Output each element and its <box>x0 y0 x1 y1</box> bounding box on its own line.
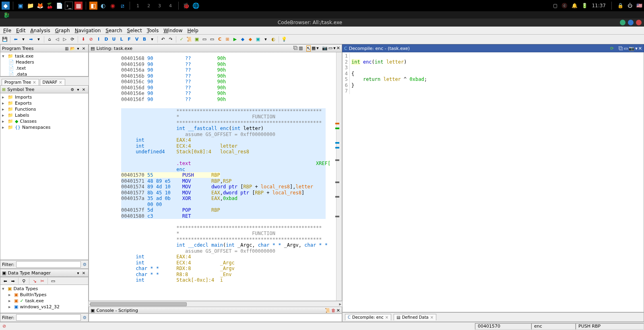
pt-icon3[interactable]: ▾ <box>75 45 81 51</box>
dec-i2[interactable]: ⿻ <box>619 46 623 51</box>
tree-item-data[interactable]: 📄.data <box>1 71 87 76</box>
workspace-4[interactable]: 4 <box>166 3 175 8</box>
dtm-task[interactable]: ▸▣✓task.exe <box>1 298 87 304</box>
tree-root[interactable]: ▾📁task.exe <box>1 53 87 59</box>
tray-bell-icon[interactable]: 🔔 <box>572 3 578 8</box>
fwd-icon[interactable]: ➡ <box>28 36 34 43</box>
back-menu-icon[interactable]: ▾ <box>20 36 27 43</box>
tray-power-icon[interactable]: ⏻ <box>627 3 632 8</box>
dec-i5[interactable]: ▾ <box>635 46 638 51</box>
doc-icon[interactable]: 📄 <box>55 2 63 10</box>
filter-icon[interactable]: ⚙ <box>83 315 87 320</box>
menu-select[interactable]: Select <box>127 28 142 33</box>
lst-copy-icon[interactable]: ⿻ <box>293 45 298 52</box>
dtm-box-icon[interactable]: ▭ <box>50 278 56 284</box>
globe-icon[interactable]: 🌐 <box>192 2 200 10</box>
devil-icon[interactable]: ◉ <box>109 2 117 10</box>
d-icon[interactable]: D <box>103 36 109 43</box>
fwd-menu-icon[interactable]: ▾ <box>35 36 42 43</box>
bulb-icon[interactable]: 💡 <box>281 36 287 43</box>
close-icon[interactable]: × <box>33 80 36 85</box>
dtm-fwd-icon[interactable]: ➡ <box>10 278 16 284</box>
dtm-root[interactable]: ▾▣Data Types <box>1 286 87 292</box>
dec-i1[interactable]: ⟳ <box>610 46 614 51</box>
listing-body[interactable]: 00401568 90 ?? 90h 00401569 90 ?? 90h 00… <box>89 52 342 301</box>
prev-icon[interactable]: ◁ <box>54 36 60 43</box>
caret-icon[interactable]: ▾ <box>262 36 269 43</box>
mask-icon[interactable]: ◐ <box>270 36 277 43</box>
dec-close-icon[interactable]: ✕ <box>638 46 642 51</box>
down-icon[interactable]: ⬇ <box>80 36 87 43</box>
home-icon[interactable]: ⌂ <box>46 36 53 43</box>
tab-defined-data[interactable]: ▤Defined Data× <box>394 314 436 320</box>
workspace-1[interactable]: 1 <box>133 3 142 8</box>
cherry-icon[interactable]: 🍒 <box>45 2 54 10</box>
dtm-red-icon[interactable]: ↘ <box>31 278 38 284</box>
lst-close-icon[interactable]: ✕ <box>336 45 340 52</box>
lst-i4[interactable]: ▦ <box>312 45 316 52</box>
tray-sound-icon[interactable]: 🔇 <box>561 3 568 8</box>
tree-item-text[interactable]: 📄.text <box>1 65 87 71</box>
close-button[interactable] <box>636 20 642 25</box>
script-icon[interactable]: 📜 <box>186 36 192 43</box>
save-icon[interactable]: 💾 <box>2 36 8 43</box>
st-icon2[interactable]: ▾ <box>75 87 81 92</box>
console-i2[interactable]: 🗑 <box>331 308 336 313</box>
redo-icon[interactable]: ↷ <box>167 36 174 43</box>
sym-exports[interactable]: ▸📁Exports <box>1 100 87 106</box>
f-icon[interactable]: F <box>126 36 132 43</box>
workspace-2[interactable]: 2 <box>144 3 153 8</box>
lst-i7b[interactable]: ▾ <box>333 45 336 52</box>
sym-namespaces[interactable]: ▸📁{}Namespaces <box>1 124 87 130</box>
app-icon[interactable]: ◆ <box>2 2 10 10</box>
b-icon[interactable]: B <box>141 36 148 43</box>
symbol-filter-input[interactable] <box>16 261 81 268</box>
lst-cursor-icon[interactable]: ↖ <box>306 45 311 52</box>
dec-cam-icon[interactable]: 📷 <box>629 46 634 51</box>
lst-cam-icon[interactable]: 📷 <box>322 45 328 52</box>
cyan-icon[interactable]: ▣ <box>255 36 261 43</box>
tab-dwarf[interactable]: DWARF× <box>40 79 65 85</box>
menu-help[interactable]: Help <box>188 28 198 33</box>
sym-labels[interactable]: ▸📁Labels <box>1 112 87 118</box>
menu-icon[interactable]: ▾ <box>149 36 155 43</box>
tree-item-headers[interactable]: 📄Headers <box>1 59 87 65</box>
st-icon1[interactable]: ⚙ <box>70 87 75 92</box>
files-icon[interactable]: 📁 <box>26 2 34 10</box>
win2-icon[interactable]: ▭ <box>209 36 215 43</box>
sym-classes[interactable]: ▸📁◆Classes <box>1 118 87 124</box>
menu-tools[interactable]: Tools <box>147 28 159 33</box>
close-icon[interactable]: × <box>385 315 388 320</box>
play-icon[interactable]: ▶ <box>232 36 238 43</box>
wireshark-icon[interactable]: ◐ <box>99 2 107 10</box>
cf-icon[interactable]: C <box>217 36 223 43</box>
dec-i3[interactable]: ▭ <box>624 46 628 51</box>
back-icon[interactable]: ⬅ <box>12 36 19 43</box>
workspace-3[interactable]: 3 <box>155 3 164 8</box>
box-icon[interactable]: ▣ <box>194 36 200 43</box>
menu-navigation[interactable]: Navigation <box>75 28 101 33</box>
dtm-builtin[interactable]: ▸▣BuiltInTypes <box>1 292 87 298</box>
menu-analysis[interactable]: Analysis <box>30 28 50 33</box>
i-icon[interactable]: I <box>95 36 102 43</box>
dtm-menu-icon[interactable]: ▾ <box>75 270 81 276</box>
console-body[interactable] <box>89 314 342 322</box>
console-close-icon[interactable]: ✕ <box>336 308 340 313</box>
filter-icon[interactable]: ⚙ <box>83 262 87 267</box>
bug-icon[interactable]: 🐞 <box>182 2 190 10</box>
dtm-filter-icon[interactable]: ⚲ <box>21 278 27 284</box>
listing-scrollbar-h[interactable]: ◂ ▸ <box>89 301 342 307</box>
l-icon[interactable]: L <box>118 36 125 43</box>
minimize-button[interactable] <box>620 20 625 25</box>
tab-program-tree[interactable]: Program Tree× <box>2 79 39 85</box>
close-icon[interactable]: × <box>430 315 433 320</box>
lst-i5[interactable]: ▾ <box>316 45 319 52</box>
undo-icon[interactable]: ↶ <box>160 36 166 43</box>
lst-i2[interactable]: ▥ <box>299 45 303 52</box>
status-stop-icon[interactable]: ⊘ <box>2 324 9 329</box>
st-close-icon[interactable]: ✕ <box>81 87 87 92</box>
stop-icon[interactable]: ⊘ <box>88 36 94 43</box>
menu-search[interactable]: Search <box>105 28 122 33</box>
dtm-back-icon[interactable]: ⬅ <box>2 278 8 284</box>
firefox-icon[interactable]: 🦊 <box>36 2 44 10</box>
